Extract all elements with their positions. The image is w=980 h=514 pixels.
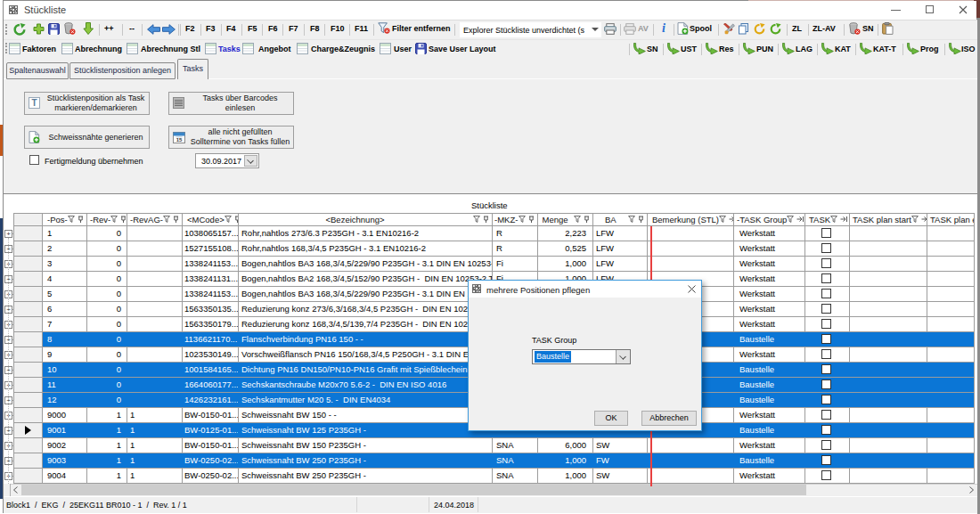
svg-text:15: 15 xyxy=(176,137,183,143)
